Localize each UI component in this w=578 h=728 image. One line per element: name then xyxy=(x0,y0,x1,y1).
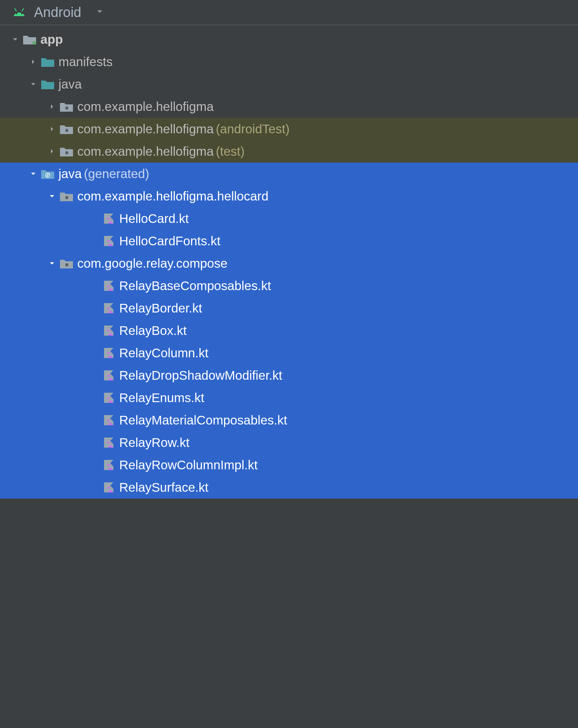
tree-node-file-relaydrop[interactable]: RelayDropShadowModifier.kt xyxy=(0,364,578,387)
tree-label: RelayRowColumnImpl.kt xyxy=(119,458,258,472)
tree-node-app[interactable]: app xyxy=(0,28,578,51)
chevron-down-icon[interactable] xyxy=(46,193,59,200)
tree-node-file-relayrowcolumnimpl[interactable]: RelayRowColumnImpl.kt xyxy=(0,454,578,476)
tree-label: HelloCardFonts.kt xyxy=(119,234,220,248)
chevron-down-icon[interactable] xyxy=(46,260,59,267)
tree-node-file-hellocard[interactable]: HelloCard.kt xyxy=(0,207,578,230)
tree-label: RelayMaterialComposables.kt xyxy=(119,413,287,427)
package-icon xyxy=(59,258,74,269)
tree-node-file-hellocardfonts[interactable]: HelloCardFonts.kt xyxy=(0,230,578,252)
kotlin-file-icon xyxy=(100,325,116,336)
kotlin-file-icon xyxy=(100,414,116,426)
tree-node-file-relaybasecomposables[interactable]: RelayBaseComposables.kt xyxy=(0,275,578,297)
package-icon xyxy=(59,146,74,157)
tree-node-file-relaybox[interactable]: RelayBox.kt xyxy=(0,319,578,342)
tree-node-package-hellocard[interactable]: com.example.hellofigma.hellocard xyxy=(0,185,578,207)
kotlin-file-icon xyxy=(100,347,116,359)
package-icon xyxy=(59,101,74,112)
tree-node-java-generated[interactable]: java (generated) xyxy=(0,163,578,185)
tree-node-file-relayborder[interactable]: RelayBorder.kt xyxy=(0,297,578,319)
kotlin-file-icon xyxy=(100,213,116,224)
kotlin-file-icon xyxy=(100,302,116,314)
folder-icon xyxy=(40,56,56,68)
tree-label: manifests xyxy=(59,55,113,69)
chevron-down-icon[interactable] xyxy=(27,81,40,88)
kotlin-file-icon xyxy=(100,437,116,448)
tree-node-package-relay[interactable]: com.google.relay.compose xyxy=(0,252,578,275)
tree-label: com.example.hellofigma xyxy=(77,122,213,136)
chevron-right-icon[interactable] xyxy=(27,58,40,65)
tree-node-file-relaymaterial[interactable]: RelayMaterialComposables.kt xyxy=(0,409,578,431)
tree-label: RelayEnums.kt xyxy=(119,391,204,405)
kotlin-file-icon xyxy=(100,459,116,471)
chevron-right-icon[interactable] xyxy=(46,103,59,110)
tree-node-package-test[interactable]: com.example.hellofigma (test) xyxy=(0,140,578,163)
kotlin-file-icon xyxy=(100,392,116,404)
tree-label: java xyxy=(59,77,82,91)
tree-label: RelayRow.kt xyxy=(119,435,190,450)
chevron-down-icon xyxy=(96,8,104,17)
tree-label: RelayDropShadowModifier.kt xyxy=(119,368,282,383)
tree-label: app xyxy=(40,32,63,47)
tree-label: com.example.hellofigma xyxy=(77,144,213,159)
tree-label-suffix: (test) xyxy=(216,144,245,159)
tree-node-package-main[interactable]: com.example.hellofigma xyxy=(0,95,578,118)
chevron-right-icon[interactable] xyxy=(46,148,59,155)
tree-label: RelayBorder.kt xyxy=(119,301,202,315)
tree-label: RelayBox.kt xyxy=(119,323,187,338)
tree-label: com.example.hellofigma.hellocard xyxy=(77,189,268,203)
package-icon xyxy=(59,190,74,202)
tree-node-file-relaysurface[interactable]: RelaySurface.kt xyxy=(0,476,578,499)
folder-icon xyxy=(40,78,56,90)
module-folder-icon xyxy=(22,34,38,45)
tree-label-suffix: (androidTest) xyxy=(216,122,289,136)
package-icon xyxy=(59,123,74,135)
kotlin-file-icon xyxy=(100,482,116,493)
tree-node-file-relaycolumn[interactable]: RelayColumn.kt xyxy=(0,342,578,364)
tree-label: RelaySurface.kt xyxy=(119,480,208,495)
tree-label: HelloCard.kt xyxy=(119,211,189,226)
tree-node-file-relayrow[interactable]: RelayRow.kt xyxy=(0,431,578,454)
chevron-down-icon[interactable] xyxy=(27,170,40,177)
generated-folder-icon xyxy=(40,168,56,180)
chevron-down-icon[interactable] xyxy=(9,36,22,43)
kotlin-file-icon xyxy=(100,235,116,247)
view-selector-header[interactable]: Android xyxy=(0,0,578,25)
tree-node-manifests[interactable]: manifests xyxy=(0,51,578,73)
tree-label: RelayColumn.kt xyxy=(119,346,208,360)
kotlin-file-icon xyxy=(100,280,116,292)
android-icon xyxy=(12,8,27,17)
tree-label-suffix: (generated) xyxy=(84,167,149,181)
tree-label: com.google.relay.compose xyxy=(77,256,228,271)
tree-node-file-relayenums[interactable]: RelayEnums.kt xyxy=(0,387,578,409)
project-tree[interactable]: app manifests java com.example.hellofigm… xyxy=(0,25,578,499)
tree-node-package-androidtest[interactable]: com.example.hellofigma (androidTest) xyxy=(0,118,578,140)
tree-label: RelayBaseComposables.kt xyxy=(119,279,271,293)
tree-label: java xyxy=(59,167,82,181)
tree-node-java[interactable]: java xyxy=(0,73,578,95)
chevron-right-icon[interactable] xyxy=(46,125,59,133)
kotlin-file-icon xyxy=(100,370,116,381)
view-selector-label: Android xyxy=(34,5,81,20)
tree-label: com.example.hellofigma xyxy=(77,99,213,114)
